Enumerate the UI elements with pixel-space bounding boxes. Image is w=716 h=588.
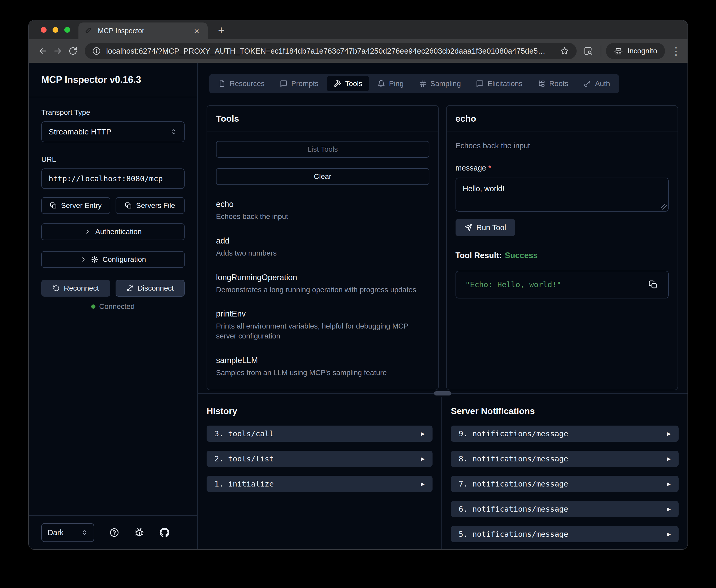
browser-toolbar: localhost:6274/?MCP_PROXY_AUTH_TOKEN=ec1… [29,39,688,63]
github-icon[interactable] [159,528,170,538]
minimize-window-button[interactable] [52,27,58,33]
bell-icon [377,80,385,88]
notification-item-label: 6. notifications/message [459,505,568,513]
search-tabs-button[interactable] [581,43,596,59]
close-window-button[interactable] [41,27,46,33]
tool-description: Prints all environment variables, helpfu… [216,321,429,341]
copy-result-button[interactable] [646,277,660,292]
notification-item-label: 9. notifications/message [459,429,568,438]
message-square-icon [476,80,484,88]
browser-window: MCP Inspector × + localhost:6274/?MCP_PR… [29,20,688,549]
tab-resources[interactable]: Resources [211,76,272,91]
connected-dot-icon [91,304,95,309]
reload-button[interactable] [65,43,81,59]
new-tab-button[interactable]: + [215,24,227,37]
browser-tab[interactable]: MCP Inspector × [79,22,208,39]
browser-menu-button[interactable]: ⋮ [671,45,681,57]
server-entry-button[interactable]: Server Entry [41,197,110,214]
expand-icon: ▶ [667,455,671,462]
app-title: MCP Inspector v0.16.3 [41,74,141,85]
notification-item[interactable]: 7. notifications/message ▶ [451,476,679,492]
transport-type-value: Streamable HTTP [49,127,111,136]
splitter-drag-handle[interactable] [434,391,451,396]
tool-detail-description: Echoes back the input [456,142,669,150]
tools-panel-body: List Tools Clear echo Echoes back the in… [207,132,438,390]
notification-item[interactable]: 9. notifications/message ▶ [451,425,679,442]
tool-list-item[interactable]: sampleLLM Samples from an LLM using MCP'… [216,356,429,378]
tab-ping[interactable]: Ping [371,76,410,91]
tool-result-status: Success [505,251,538,260]
url-label: URL [41,155,185,164]
transport-type-select[interactable]: Streamable HTTP [41,121,185,142]
history-item[interactable]: 1. initialize ▶ [207,476,433,492]
main-content: Resources Prompts Tools Ping [198,63,688,549]
run-tool-button[interactable]: Run Tool [456,219,515,236]
hammer-icon [334,80,342,88]
notification-item[interactable]: 8. notifications/message ▶ [451,451,679,467]
files-icon [218,80,226,88]
disconnect-button[interactable]: Disconnect [115,280,185,297]
page-search-icon [584,46,593,56]
tool-list-item[interactable]: printEnv Prints all environment variable… [216,309,429,341]
message-input[interactable]: Hello, world! [456,177,669,212]
tab-tools[interactable]: Tools [327,76,369,91]
notification-item[interactable]: 6. notifications/message ▶ [451,501,679,517]
help-icon[interactable] [109,528,119,538]
tab-elicitations[interactable]: Elicitations [469,76,529,91]
incognito-label: Incognito [627,47,657,55]
bug-icon[interactable] [134,528,144,538]
clear-tools-button[interactable]: Clear [216,168,429,185]
sidebar-header: MCP Inspector v0.16.3 [29,63,197,97]
tab-close-icon[interactable]: × [191,26,202,36]
theme-select[interactable]: Dark [41,523,94,542]
reconnect-button[interactable]: Reconnect [41,280,110,297]
tool-description: Demonstrates a long running operation wi… [216,285,429,295]
tool-name: add [216,236,429,246]
tab-sampling[interactable]: Sampling [412,76,468,91]
history-item-label: 1. initialize [214,480,274,488]
message-label-text: message [456,164,486,172]
copy-icon [50,202,57,209]
tool-list-item[interactable]: add Adds two numbers [216,236,429,258]
history-item-label: 3. tools/call [214,429,274,438]
back-button[interactable] [35,43,50,59]
sidebar: MCP Inspector v0.16.3 Transport Type Str… [29,63,198,549]
tool-list-item[interactable]: echo Echoes back the input [216,200,429,222]
history-item[interactable]: 2. tools/list ▶ [207,451,433,467]
notification-item-label: 7. notifications/message [459,480,568,488]
refresh-off-icon [127,285,133,292]
window-controls [41,27,70,33]
authentication-expander[interactable]: Authentication [41,223,185,240]
site-info-icon[interactable] [92,46,101,56]
bookmark-star-icon[interactable] [560,46,569,56]
clear-label: Clear [314,172,331,181]
toolbar-separator [601,45,601,57]
notification-item[interactable]: 5. notifications/message ▶ [451,526,679,542]
history-item[interactable]: 3. tools/call ▶ [207,425,433,442]
tool-description: Adds two numbers [216,248,429,258]
back-arrow-icon [38,46,47,56]
zoom-window-button[interactable] [64,27,70,33]
tools-panel: Tools List Tools Clear echo Echoes bac [207,105,439,390]
url-text[interactable]: localhost:6274/?MCP_PROXY_AUTH_TOKEN=ec1… [106,47,555,56]
address-bar[interactable]: localhost:6274/?MCP_PROXY_AUTH_TOKEN=ec1… [85,43,577,59]
tab-label: Resources [230,80,265,88]
server-notifications-title: Server Notifications [451,406,679,416]
tab-prompts[interactable]: Prompts [273,76,325,91]
tool-detail-body: Echoes back the input message* Hello, wo… [447,132,678,390]
expand-icon: ▶ [667,430,671,437]
incognito-icon [614,46,623,56]
servers-file-label: Servers File [136,202,175,210]
servers-file-button[interactable]: Servers File [115,197,185,214]
tab-roots[interactable]: Roots [531,76,575,91]
configuration-expander[interactable]: Configuration [41,251,185,268]
tab-auth[interactable]: Auth [577,76,617,91]
tool-list-item[interactable]: longRunningOperation Demonstrates a long… [216,273,429,295]
tool-name: longRunningOperation [216,273,429,282]
expand-icon: ▶ [421,480,425,487]
bottom-row: History 3. tools/call ▶ 2. tools/list ▶ … [198,397,688,549]
server-url-input[interactable]: http://localhost:8080/mcp [41,168,185,189]
list-tools-button[interactable]: List Tools [216,141,429,158]
tools-panel-header: Tools [207,106,438,132]
forward-button[interactable] [50,43,65,59]
